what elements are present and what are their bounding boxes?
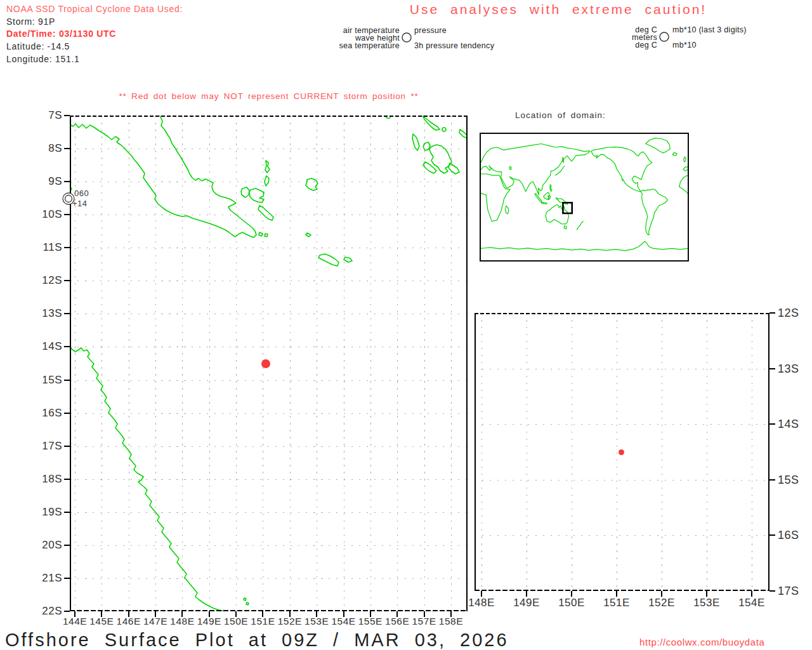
lon-gridline-sub <box>662 313 662 591</box>
world-inset-map <box>480 133 689 262</box>
lat-tick-label: 21S <box>42 572 62 585</box>
island <box>306 178 318 190</box>
lon-gridline-sub <box>752 313 752 591</box>
lon-gridline-sub <box>617 313 617 591</box>
lat-tick-label: 12S <box>42 274 62 287</box>
island <box>344 257 352 262</box>
lat-tick <box>64 578 70 579</box>
sub-map-top-frame <box>475 313 769 314</box>
source-url-link[interactable]: http://coolwx.com/buoydata <box>639 637 764 647</box>
lon-gridline-sub <box>527 313 527 591</box>
station-model-circle-icon <box>401 32 412 43</box>
caution-banner: Use analyses with extreme caution! <box>381 2 736 17</box>
lat-tick <box>64 413 70 414</box>
lat-gridline-sub <box>475 369 769 369</box>
island <box>241 187 249 197</box>
lat-tick <box>64 280 70 281</box>
lon-tick-sub <box>616 591 617 597</box>
island <box>306 233 311 237</box>
lat-tick-label: 16S <box>42 407 62 420</box>
lat-tick <box>64 148 70 149</box>
island <box>423 162 436 173</box>
legend-pressure-tendency: 3h pressure tendency <box>414 41 494 50</box>
lat-tick-label: 7S <box>48 109 62 122</box>
lon-tick-label: 152E <box>275 616 305 627</box>
legend-pressure: pressure <box>414 26 447 35</box>
lat-tick <box>64 545 70 546</box>
lat-tick <box>64 181 70 182</box>
lat-tick-label: 9S <box>48 175 62 188</box>
main-map-top-frame <box>70 116 468 117</box>
main-surface-map: 7S8S9S10S11S12S13S14S15S16S17S18S19S20S2… <box>70 116 468 611</box>
lat-tick-sub <box>769 423 775 425</box>
island <box>246 602 249 605</box>
lat-tick-label: 20S <box>42 539 62 552</box>
lon-tick-label: 154E <box>329 616 359 627</box>
lat-tick <box>64 313 70 314</box>
lon-tick-label: 153E <box>301 616 332 627</box>
island <box>258 206 273 220</box>
lon-tick-label: 149E <box>194 616 225 627</box>
png-coastline <box>70 116 256 237</box>
island <box>318 254 339 266</box>
lat-tick-sub <box>769 534 775 536</box>
main-map-bottom-axis <box>70 610 468 612</box>
lat-tick-label: 14S <box>42 340 62 353</box>
lon-gridline-sub <box>572 313 572 591</box>
sub-map-right-axis <box>768 313 769 591</box>
data-source-line: NOAA SSD Tropical Cyclone Data Used: <box>6 4 183 14</box>
lat-tick-sub <box>769 479 775 481</box>
lat-tick-label-sub: 15S <box>778 473 799 486</box>
lat-gridline-sub <box>475 480 769 481</box>
legend-unit-degc-2: deg C <box>603 41 657 50</box>
lat-tick <box>64 214 70 215</box>
lon-tick-label-sub: 151E <box>598 597 635 609</box>
island <box>265 176 269 186</box>
lat-tick <box>64 479 70 480</box>
lat-tick-label: 18S <box>42 473 62 486</box>
island <box>429 145 452 173</box>
lon-tick-label: 146E <box>114 616 144 627</box>
lon-tick-label-sub: 149E <box>508 597 545 609</box>
lat-tick <box>64 247 70 248</box>
world-coastline-layer <box>481 134 688 260</box>
lon-tick-sub <box>661 591 662 597</box>
lat-tick-label-sub: 17S <box>778 585 799 598</box>
australia-coastline <box>70 346 225 611</box>
lat-tick <box>64 611 70 612</box>
legend-sea-temperature: sea temperature <box>289 41 400 50</box>
legend-unit-mb10: mb*10 <box>672 41 697 50</box>
lat-tick-sub <box>769 368 775 369</box>
lon-tick-sub <box>571 591 572 597</box>
lon-tick-label-sub: 154E <box>733 597 770 609</box>
sub-map-bottom-axis <box>475 590 769 592</box>
lat-tick-label: 10S <box>42 208 62 221</box>
lat-tick-label-sub: 12S <box>778 307 799 320</box>
lon-tick-label: 156E <box>382 616 412 627</box>
lon-tick-sub <box>481 591 482 597</box>
zoomed-domain-map: 12S13S14S15S16S17S148E149E150E151E152E15… <box>475 313 769 591</box>
buoy-pressure-tendency-value: +14 <box>72 199 88 208</box>
lat-tick-label: 11S <box>43 241 63 254</box>
lat-tick-label-sub: 14S <box>778 418 799 431</box>
lon-tick-label-sub: 152E <box>643 597 680 609</box>
island <box>422 116 440 130</box>
main-map-right-frame <box>466 116 468 611</box>
lon-tick-label: 151E <box>247 616 278 627</box>
island <box>442 128 446 131</box>
lon-gridline-sub <box>707 313 707 591</box>
lon-tick-sub <box>751 591 752 597</box>
island <box>265 234 268 237</box>
island <box>259 232 263 236</box>
sub-map-left-frame <box>475 313 476 591</box>
lon-tick-sub <box>526 591 527 597</box>
datetime-line: Date/Time: 03/1130 UTC <box>6 29 116 39</box>
lat-tick-label: 8S <box>48 142 62 155</box>
lat-tick-label: 17S <box>42 440 62 453</box>
lat-tick-label-sub: 13S <box>778 362 799 375</box>
lon-tick-label: 158E <box>436 616 466 627</box>
lon-tick-label-sub: 148E <box>463 597 500 609</box>
lat-tick-sub <box>769 312 775 314</box>
lon-tick-label: 155E <box>355 616 386 627</box>
lon-tick-label: 157E <box>409 616 440 627</box>
